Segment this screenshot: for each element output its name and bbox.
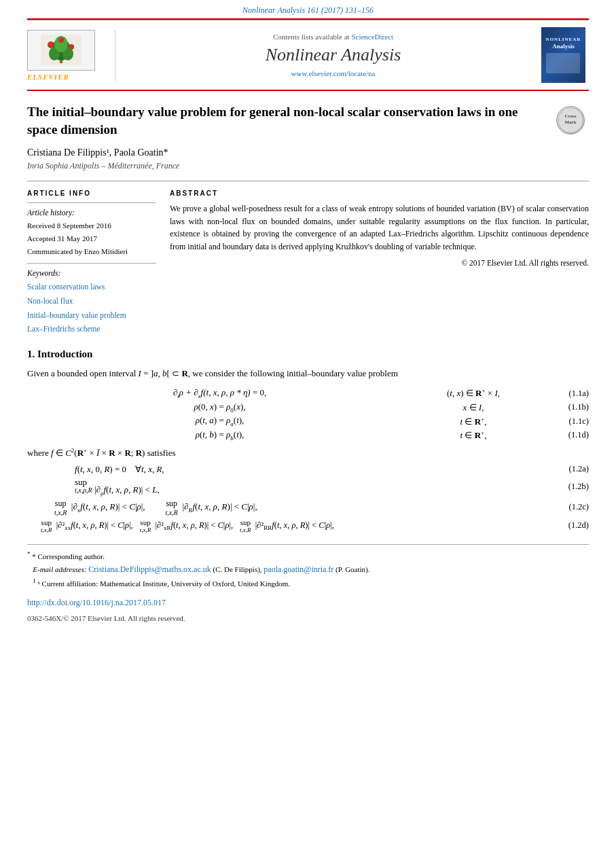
keywords-list: Scalar conservation laws Non-local flux … xyxy=(27,280,156,336)
info-divider-1 xyxy=(27,202,156,203)
sciencedirect-line: Contents lists available at ScienceDirec… xyxy=(125,33,541,41)
journal-title: Nonlinear Analysis xyxy=(125,45,541,65)
eq-1-1a: ∂tρ + ∂xf(t, x, ρ, ρ * η) = 0, (t, x) ∈ … xyxy=(34,387,589,399)
elsevier-logo-section: ELSEVIER xyxy=(27,30,115,81)
history-label: Article history: xyxy=(27,209,156,217)
svg-point-8 xyxy=(58,37,64,43)
main-content: The initial–boundary value problem for g… xyxy=(27,91,589,625)
equation-system-1-1: ∂tρ + ∂xf(t, x, ρ, ρ * η) = 0, (t, x) ∈ … xyxy=(34,387,589,441)
eq-1-2c: supt,x,R |∂xf(t, x, ρ, R)| < C|ρ|, supt,… xyxy=(34,499,589,516)
abstract-col: ABSTRACT We prove a global well-posednes… xyxy=(170,190,589,336)
journal-cover: Nonlinear Analysis xyxy=(541,27,589,83)
crossmark-icon: Cross Mark xyxy=(558,107,583,133)
journal-cover-text: Nonlinear Analysis xyxy=(546,37,581,74)
email-2[interactable]: paola.goatin@inria.fr xyxy=(264,565,333,574)
journal-url[interactable]: www.elsevier.com/locate/na xyxy=(125,69,541,77)
eq-1-1d: ρ(t, b) = ρb(t), t ∈ R+, (1.1d) xyxy=(34,429,589,442)
affiliation-note: 1 ¹ Current affiliation: Mathematical In… xyxy=(27,576,589,590)
info-divider-2 xyxy=(27,263,156,264)
authors-line: Cristiana De Filippis¹, Paola Goatin* xyxy=(27,147,589,158)
eq-1-1c: ρ(t, a) = ρa(t), t ∈ R+, (1.1c) xyxy=(34,415,589,427)
eq-1-2b: sup t,x,ρ,R |∂ρf(t, x, ρ, R)| < L, (1.2b… xyxy=(34,477,589,497)
article-info-col: ARTICLE INFO Article history: Received 8… xyxy=(27,190,156,336)
received-date: Received 8 September 2016 Accepted 31 Ma… xyxy=(27,219,156,257)
journal-center: Contents lists available at ScienceDirec… xyxy=(125,33,541,77)
equation-conditions-1-2: f(t, x, 0, R) = 0 ∀t, x, R, (1.2a) sup t… xyxy=(34,464,589,533)
eq-1-2a: f(t, x, 0, R) = 0 ∀t, x, R, (1.2a) xyxy=(34,464,589,475)
article-info-title: ARTICLE INFO xyxy=(27,190,156,197)
journal-cover-box: Nonlinear Analysis xyxy=(541,27,585,83)
sciencedirect-link-text[interactable]: ScienceDirect xyxy=(351,33,393,41)
footer-notes: * * Corresponding author. E-mail address… xyxy=(27,544,589,625)
svg-text:Cross: Cross xyxy=(564,113,576,119)
intro-text: Given a bounded open interval I = ]a, b[… xyxy=(27,367,589,380)
affiliation-line: Inria Sophia Antipolis – Méditerranée, F… xyxy=(27,161,589,171)
keyword-4[interactable]: Lax–Friedrichs scheme xyxy=(27,322,156,336)
article-title: The initial–boundary value problem for g… xyxy=(27,103,589,138)
email-1[interactable]: Cristiana.DeFilippis@maths.ox.ac.uk xyxy=(88,565,211,574)
article-info-abstract: ARTICLE INFO Article history: Received 8… xyxy=(27,190,589,336)
corresponding-note: * * Corresponding author. xyxy=(27,549,589,562)
issn-line: 0362-546X/© 2017 Elsevier Ltd. All right… xyxy=(27,612,589,625)
keyword-2[interactable]: Non-local flux xyxy=(27,294,156,308)
svg-text:Mark: Mark xyxy=(564,120,576,125)
eq-1-2d: supt,x,R |∂²xxf(t, x, ρ, R)| < C|ρ|, sup… xyxy=(34,518,589,533)
journal-citation: Nonlinear Analysis 161 (2017) 131–156 xyxy=(0,0,616,18)
svg-point-6 xyxy=(48,41,54,48)
email-note: E-mail addresses: Cristiana.DeFilippis@m… xyxy=(27,562,589,576)
keywords-label: Keywords: xyxy=(27,269,156,277)
abstract-title: ABSTRACT xyxy=(170,190,589,197)
crossmark-badge[interactable]: Cross Mark xyxy=(551,103,589,137)
elsevier-brand-text: ELSEVIER xyxy=(27,73,105,81)
algorithm-word: algorithm xyxy=(441,229,473,238)
keyword-1[interactable]: Scalar conservation laws xyxy=(27,280,156,294)
journal-banner: ELSEVIER Contents lists available at Sci… xyxy=(27,20,589,91)
svg-point-7 xyxy=(69,44,74,50)
eq-1-1b: ρ(0, x) = ρ0(x), x ∈ I, (1.1b) xyxy=(34,401,589,414)
abstract-text: We prove a global well-posedness result … xyxy=(170,202,589,253)
elsevier-logo-img xyxy=(27,30,95,71)
keyword-3[interactable]: Initial–boundary value problem xyxy=(27,308,156,323)
where-line: where f ∈ C2(R+ × Ī × R × R; R) satisfie… xyxy=(27,447,589,459)
copyright-line: © 2017 Elsevier Ltd. All rights reserved… xyxy=(170,259,589,267)
elsevier-tree-icon xyxy=(41,35,81,65)
section-1-title: 1. Introduction xyxy=(27,348,589,360)
doi-link[interactable]: http://dx.doi.org/10.1016/j.na.2017.05.0… xyxy=(27,598,166,607)
article-divider xyxy=(27,181,589,181)
